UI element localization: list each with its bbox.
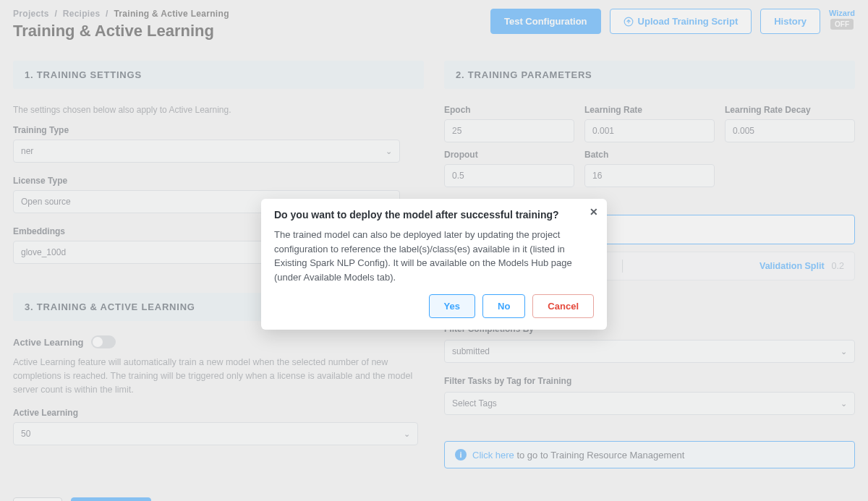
modal-yes-button[interactable]: Yes	[429, 294, 475, 318]
modal-overlay: ✕ Do you want to deploy the model after …	[0, 0, 868, 501]
modal-body: The trained model can also be deployed l…	[274, 228, 594, 284]
modal-title: Do you want to deploy the model after su…	[274, 209, 594, 220]
modal-no-button[interactable]: No	[482, 294, 525, 318]
modal-cancel-button[interactable]: Cancel	[532, 294, 594, 318]
modal-close-button[interactable]: ✕	[590, 206, 598, 218]
deploy-modal: ✕ Do you want to deploy the model after …	[261, 199, 607, 330]
